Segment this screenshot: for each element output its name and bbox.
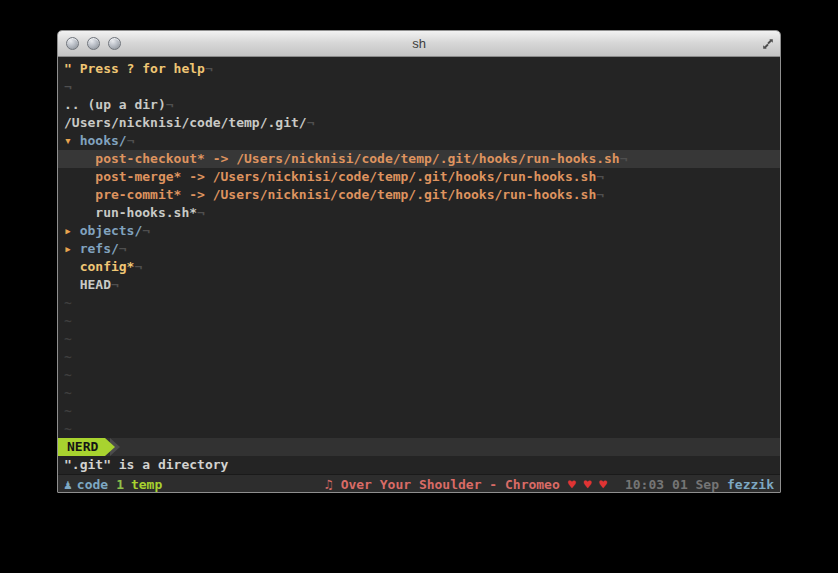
tilde-marker: ~ <box>64 331 72 346</box>
nerdtree-buffer: " Press ? for help¬¬.. (up a dir)¬/Users… <box>58 57 780 438</box>
eol-marker: ¬ <box>127 133 135 148</box>
empty-line: ~ <box>64 384 780 402</box>
fullscreen-arrows-icon <box>760 36 776 52</box>
expander-icon[interactable]: ▸ <box>64 223 80 238</box>
eol-marker: ¬ <box>64 79 72 94</box>
tree-line[interactable]: ▸ refs/¬ <box>64 240 780 258</box>
tree-line[interactable]: ▸ objects/¬ <box>64 222 780 240</box>
vim-statusline: NERD <box>58 438 780 456</box>
tilde-marker: ~ <box>64 421 72 436</box>
hostname-label: fezzik <box>727 475 774 493</box>
tree-line[interactable]: ▾ hooks/¬ <box>64 132 780 150</box>
symlink-label[interactable]: post-merge* -> /Users/nicknisi/code/temp… <box>64 169 596 184</box>
eol-marker: ¬ <box>119 241 127 256</box>
window-title: sh <box>58 36 780 51</box>
tree-line[interactable]: post-merge* -> /Users/nicknisi/code/temp… <box>64 168 780 186</box>
eol-marker: ¬ <box>307 115 315 130</box>
tree-line[interactable]: HEAD¬ <box>64 276 780 294</box>
tilde-marker: ~ <box>64 367 72 382</box>
node-label[interactable]: /Users/nicknisi/code/temp/.git/ <box>64 115 307 130</box>
file-name[interactable]: config* <box>64 259 134 274</box>
dir-name[interactable]: hooks/ <box>80 133 127 148</box>
eol-marker: ¬ <box>142 223 150 238</box>
tilde-marker: ~ <box>64 349 72 364</box>
music-note-icon: ♫ <box>325 475 333 493</box>
eol-marker: ¬ <box>596 187 604 202</box>
eol-marker: ¬ <box>134 259 142 274</box>
tmux-window-index[interactable]: 1 <box>116 475 124 493</box>
tree-line[interactable]: pre-commit* -> /Users/nicknisi/code/temp… <box>64 186 780 204</box>
session-pawn-icon: ♟ <box>64 475 72 493</box>
fullscreen-button[interactable] <box>758 34 777 53</box>
eol-marker: ¬ <box>596 169 604 184</box>
tree-line[interactable]: .. (up a dir)¬ <box>64 96 780 114</box>
tree-line-cursor[interactable]: post-checkout* -> /Users/nicknisi/code/t… <box>58 150 780 168</box>
empty-line: ~ <box>64 366 780 384</box>
clock-date: 01 Sep <box>672 475 719 493</box>
empty-line: ~ <box>64 312 780 330</box>
symlink-label[interactable]: post-checkout* -> /Users/nicknisi/code/t… <box>64 151 620 166</box>
terminal-window: sh " Press ? for help¬¬.. (up a dir)¬/Us… <box>57 30 781 493</box>
tilde-marker: ~ <box>64 295 72 310</box>
empty-line: ~ <box>64 294 780 312</box>
tree-line[interactable]: " Press ? for help¬ <box>64 60 780 78</box>
tilde-marker: ~ <box>64 313 72 328</box>
eol-marker: ¬ <box>166 97 174 112</box>
expander-icon[interactable]: ▸ <box>64 241 80 256</box>
hearts-rating: ♥ ♥ ♥ <box>568 475 607 493</box>
node-label[interactable]: HEAD <box>64 277 111 292</box>
empty-line: ~ <box>64 330 780 348</box>
node-label[interactable]: .. (up a dir) <box>64 97 166 112</box>
tree-line[interactable]: ¬ <box>64 78 780 96</box>
powerline-arrow-icon <box>105 438 115 456</box>
eol-marker: ¬ <box>205 61 213 76</box>
eol-marker: ¬ <box>620 151 628 166</box>
tmux-right-status: ♫ Over Your Shoulder - Chromeo ♥ ♥ ♥ 10:… <box>325 475 774 493</box>
tmux-status-bar: ♟ code 1 temp ♫ Over Your Shoulder - Chr… <box>58 474 780 493</box>
empty-line: ~ <box>64 348 780 366</box>
tree-line[interactable]: /Users/nicknisi/code/temp/.git/¬ <box>64 114 780 132</box>
tmux-session-name[interactable]: code <box>77 475 108 493</box>
clock-time: 10:03 <box>625 475 664 493</box>
terminal-content: " Press ? for help¬¬.. (up a dir)¬/Users… <box>58 57 780 493</box>
now-playing-text: Over Your Shoulder - Chromeo <box>341 475 560 493</box>
dir-name[interactable]: refs/ <box>80 241 119 256</box>
symlink-label[interactable]: pre-commit* -> /Users/nicknisi/code/temp… <box>64 187 596 202</box>
tree-line[interactable]: run-hooks.sh*¬ <box>64 204 780 222</box>
help-comment: " Press ? for help <box>64 61 205 76</box>
dir-name[interactable]: objects/ <box>80 223 143 238</box>
empty-line: ~ <box>64 402 780 420</box>
expander-icon[interactable]: ▾ <box>64 133 80 148</box>
tilde-marker: ~ <box>64 403 72 418</box>
vim-command-line: ".git" is a directory <box>58 456 780 474</box>
empty-line: ~ <box>64 420 780 438</box>
tree-line[interactable]: config*¬ <box>64 258 780 276</box>
tilde-marker: ~ <box>64 385 72 400</box>
statusline-mode-badge: NERD <box>58 438 105 456</box>
window-titlebar[interactable]: sh <box>58 31 780 57</box>
eol-marker: ¬ <box>111 277 119 292</box>
tmux-window-name[interactable]: temp <box>131 475 162 493</box>
eol-marker: ¬ <box>197 205 205 220</box>
node-label[interactable]: run-hooks.sh* <box>64 205 197 220</box>
